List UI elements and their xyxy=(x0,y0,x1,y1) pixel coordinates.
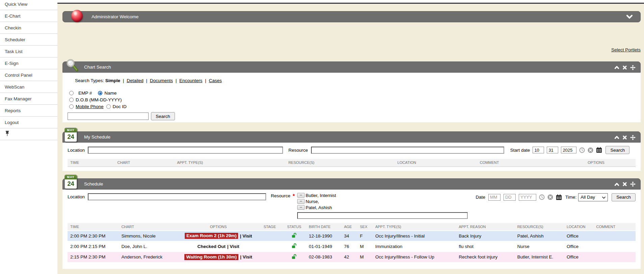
sidebar: Quick View E-Chart Checkin Scheduler Tas… xyxy=(0,0,57,274)
room-status-badge[interactable]: Exam Room 2 (1h 29m) xyxy=(185,233,238,239)
sidebar-item-fax-manager[interactable]: Fax Manager xyxy=(0,93,57,105)
red-sphere-icon xyxy=(71,10,83,22)
main-content: Administrator Welcome Select Portlets xyxy=(57,0,644,274)
radio-dob[interactable] xyxy=(69,98,74,102)
start-date-year-input[interactable] xyxy=(561,147,576,153)
clock-icon[interactable] xyxy=(539,194,545,200)
radio-doc-id-label: Doc ID xyxy=(113,104,127,109)
search-type-documents[interactable]: Documents xyxy=(150,78,173,83)
room-status-badge[interactable]: Waiting Room (1h 30m) xyxy=(184,254,238,260)
sidebar-item-task-list[interactable]: Task List xyxy=(0,46,57,57)
resource-item: – Nurse, xyxy=(297,199,468,204)
radio-mobile-phone[interactable] xyxy=(69,104,74,109)
table-row[interactable]: 2:00 PM 2:15 PM Doe, John L. Checked Out… xyxy=(68,241,636,252)
schedule-header[interactable]: MAY 24 Schedule xyxy=(62,178,641,190)
clear-circle-icon[interactable] xyxy=(547,194,553,200)
schedule-header-row: TIME CHART OPTIONS STAGE STATUS BIRTH DA… xyxy=(68,223,636,231)
collapse-icon[interactable] xyxy=(614,182,619,186)
sidebar-pin-button[interactable] xyxy=(0,128,57,140)
my-schedule-resource-input[interactable] xyxy=(311,147,504,154)
close-icon[interactable] xyxy=(623,135,627,140)
schedule-search-button[interactable]: Search xyxy=(612,193,636,201)
sidebar-item-e-chart[interactable]: E-Chart xyxy=(0,10,57,22)
calendar-page-icon: MAY 24 xyxy=(65,175,77,189)
chart-search-header[interactable]: Chart Search xyxy=(62,61,641,73)
top-white-strip xyxy=(57,0,644,3)
status-cell[interactable] xyxy=(282,252,306,262)
my-schedule-body: Location Resource Start date xyxy=(62,143,641,171)
top-divider-bar xyxy=(57,3,644,4)
clear-circle-icon[interactable] xyxy=(588,147,593,153)
chevron-down-icon[interactable] xyxy=(626,15,633,21)
chart-search-button[interactable]: Search xyxy=(151,112,175,120)
resource-item: – Butler, Internist xyxy=(297,193,468,198)
calendar-icon[interactable] xyxy=(556,194,562,200)
time-select[interactable]: All Day xyxy=(578,193,608,201)
location-label: Location xyxy=(68,194,85,199)
radio-mobile-phone-label[interactable]: Mobile Phone xyxy=(76,104,104,109)
sidebar-item-logout[interactable]: Logout xyxy=(0,117,57,128)
remove-resource-button[interactable]: – xyxy=(297,193,305,198)
search-type-encounters[interactable]: Encounters xyxy=(179,78,202,83)
move-icon[interactable] xyxy=(630,135,636,140)
radio-dob-label: D.O.B (MM-DD-YYYY) xyxy=(76,97,122,102)
magnifier-icon xyxy=(66,59,79,74)
collapse-icon[interactable] xyxy=(614,135,619,139)
my-schedule-search-button[interactable]: Search xyxy=(606,146,629,154)
sidebar-item-webscan[interactable]: WebScan xyxy=(0,81,57,93)
sidebar-item-e-sign[interactable]: E-Sign xyxy=(0,57,57,69)
remove-resource-button[interactable]: – xyxy=(297,199,305,204)
radio-doc-id[interactable] xyxy=(106,104,111,109)
visit-link[interactable]: | Visit xyxy=(240,254,252,259)
date-year-input[interactable] xyxy=(519,194,536,201)
date-month-input[interactable] xyxy=(488,194,500,201)
clock-icon[interactable] xyxy=(579,147,585,153)
portlet-schedule: MAY 24 Schedule Location Reso xyxy=(62,178,641,269)
visit-link[interactable]: | Visit xyxy=(240,233,252,239)
schedule-resource-input[interactable] xyxy=(297,212,468,219)
date-day-input[interactable] xyxy=(504,194,516,201)
start-date-day-input[interactable] xyxy=(547,147,558,153)
radio-name[interactable] xyxy=(98,91,102,95)
search-type-cases[interactable]: Cases xyxy=(209,78,222,83)
admin-welcome-bar[interactable]: Administrator Welcome xyxy=(62,11,641,22)
admin-welcome-title: Administrator Welcome xyxy=(92,14,138,19)
sidebar-item-scheduler[interactable]: Scheduler xyxy=(0,34,57,46)
move-icon[interactable] xyxy=(630,181,636,187)
close-icon[interactable] xyxy=(623,66,627,70)
required-marker: * xyxy=(293,193,295,219)
caret-down-icon xyxy=(602,195,606,200)
resource-label: Resource xyxy=(288,148,308,153)
table-row[interactable]: 2:15 PM 2:30 PM Anderson, Frederick Wait… xyxy=(68,252,636,262)
resource-item: – Patel, Ashish xyxy=(297,205,468,210)
remove-resource-button[interactable]: – xyxy=(297,205,305,210)
sidebar-item-reports[interactable]: Reports xyxy=(0,105,57,117)
search-type-simple[interactable]: Simple xyxy=(105,78,120,83)
sidebar-item-control-panel[interactable]: Control Panel xyxy=(0,69,57,81)
select-portlets-link[interactable]: Select Portlets xyxy=(611,47,641,52)
schedule-table: TIME CHART OPTIONS STAGE STATUS BIRTH DA… xyxy=(68,223,636,262)
schedule-location-input[interactable] xyxy=(88,193,266,200)
search-type-detailed[interactable]: Detailed xyxy=(127,78,144,83)
calendar-icon[interactable] xyxy=(596,147,602,153)
status-cell[interactable] xyxy=(282,241,306,252)
start-date-month-input[interactable] xyxy=(533,147,544,153)
table-row[interactable]: 2:00 PM 2:30 PM Simmons, Nicole Exam Roo… xyxy=(68,231,636,241)
my-schedule-location-input[interactable] xyxy=(88,147,283,154)
my-schedule-header[interactable]: MAY 24 My Schedule xyxy=(62,131,641,143)
resource-name: Butler, Internist xyxy=(306,193,336,198)
schedule-body: Location Resource * – Butler, Internist xyxy=(62,190,641,269)
radio-emp[interactable] xyxy=(69,91,74,95)
sidebar-item-quick-view[interactable]: Quick View xyxy=(0,0,57,10)
chart-search-input[interactable] xyxy=(68,113,149,120)
collapse-icon[interactable] xyxy=(614,66,619,69)
status-cell[interactable] xyxy=(282,231,306,241)
date-label: Date xyxy=(475,195,485,200)
room-status-badge[interactable]: Checked Out xyxy=(198,244,226,249)
move-icon[interactable] xyxy=(630,65,636,70)
portlet-my-schedule: MAY 24 My Schedule Location Resource Sta… xyxy=(62,131,641,171)
close-icon[interactable] xyxy=(623,182,627,186)
visit-link[interactable]: | Visit xyxy=(227,244,239,249)
lock-open-icon xyxy=(291,255,297,260)
sidebar-item-checkin[interactable]: Checkin xyxy=(0,22,57,34)
